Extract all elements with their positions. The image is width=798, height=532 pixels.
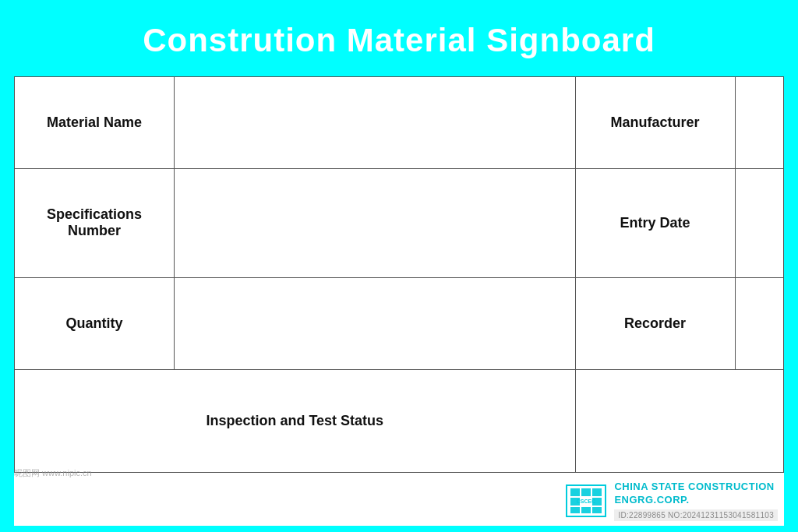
company-info: CHINA STATE CONSTRUCTION ENGRG.CORP. ID:… [614, 481, 778, 521]
svg-rect-3 [592, 488, 602, 496]
manufacturer-label: Manufacturer [575, 77, 735, 169]
svg-rect-7 [570, 507, 580, 513]
main-content: Material Name Manufacturer Specification… [14, 76, 784, 473]
watermark: 昵图网 www.nipic.cn [14, 467, 92, 479]
page-header: Constrution Material Signboard [0, 0, 798, 76]
quantity-value[interactable] [175, 277, 576, 369]
svg-rect-8 [581, 507, 591, 513]
inspection-value[interactable] [575, 369, 783, 473]
bottom-strip [0, 526, 798, 532]
inspection-label: Inspection and Test Status [15, 369, 576, 473]
company-name: CHINA STATE CONSTRUCTION ENGRG.CORP. [614, 481, 774, 507]
table-row: Specifications Number Entry Date [15, 168, 784, 277]
table-row: Material Name Manufacturer [15, 77, 784, 169]
manufacturer-value[interactable] [735, 77, 783, 169]
table-row: Inspection and Test Status [15, 369, 784, 473]
company-logo: CSCEC [566, 484, 606, 517]
document-id: ID:22899865 NO:20241231153041581103 [614, 509, 778, 521]
specifications-number-value[interactable] [175, 168, 576, 277]
signboard-table: Material Name Manufacturer Specification… [14, 76, 784, 473]
cscec-logo-svg: CSCEC [569, 487, 603, 515]
material-name-label: Material Name [15, 77, 175, 169]
svg-text:CSCEC: CSCEC [577, 499, 596, 504]
footer: CSCEC CHINA STATE CONSTRUCTION ENGRG.COR… [14, 473, 784, 526]
svg-rect-2 [581, 488, 591, 496]
entry-date-label: Entry Date [575, 168, 735, 277]
table-row: Quantity Recorder [15, 277, 784, 369]
page-title: Constrution Material Signboard [16, 22, 782, 59]
svg-rect-1 [570, 488, 580, 496]
recorder-label: Recorder [575, 277, 735, 369]
svg-rect-9 [592, 507, 602, 513]
recorder-value[interactable] [735, 277, 783, 369]
entry-date-value[interactable] [735, 168, 783, 277]
specifications-number-label: Specifications Number [15, 168, 175, 277]
quantity-label: Quantity [15, 277, 175, 369]
material-name-value[interactable] [175, 77, 576, 169]
